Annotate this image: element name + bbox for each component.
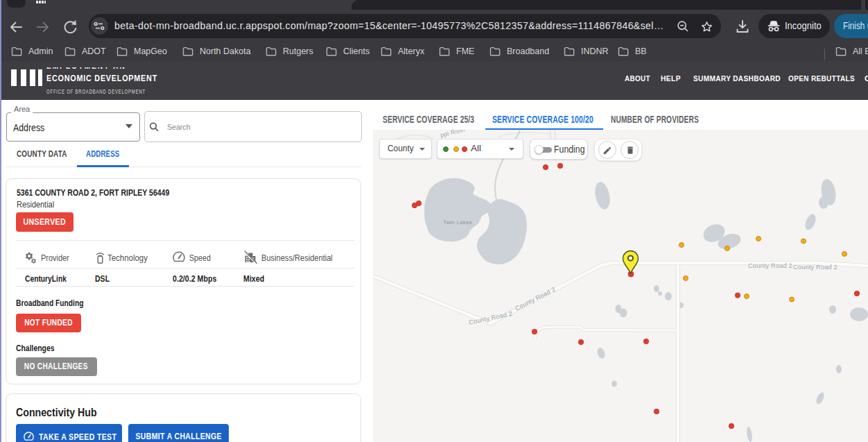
svg-text:Twin Lakes: Twin Lakes: [443, 219, 472, 226]
svg-text:County Road 2: County Road 2: [793, 264, 837, 271]
svg-text:ppi River: ppi River: [440, 130, 467, 139]
svg-text:County Road 2: County Road 2: [514, 286, 556, 312]
svg-text:County Road 2: County Road 2: [748, 262, 792, 269]
